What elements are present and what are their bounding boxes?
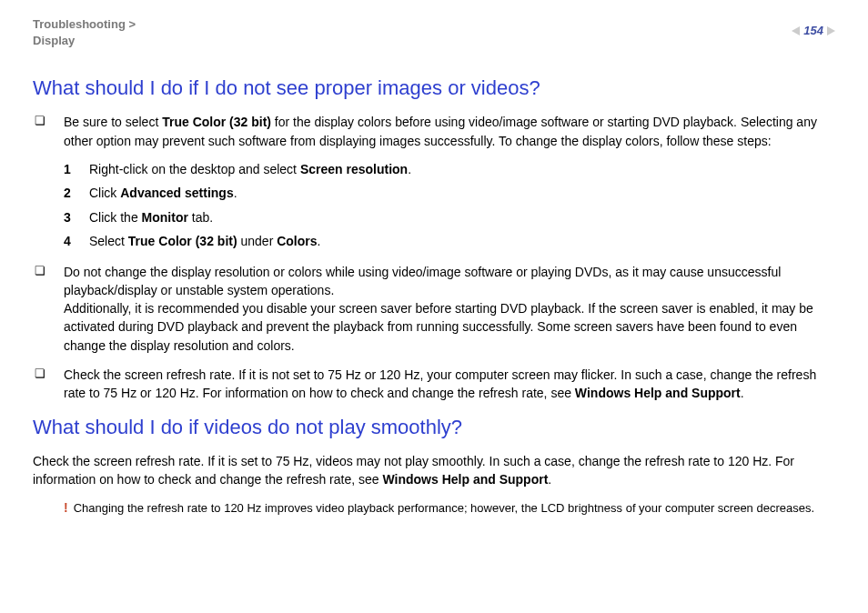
- bullet-list-1: Be sure to select True Color (32 bit) fo…: [33, 113, 835, 402]
- breadcrumb-line1: Troubleshooting >: [33, 16, 136, 33]
- text: Do not change the display resolution or …: [64, 265, 781, 297]
- prev-page-icon[interactable]: [792, 26, 800, 35]
- step-number: 4: [64, 231, 75, 251]
- text-bold: Windows Help and Support: [382, 472, 548, 487]
- step-item: 3Click the Monitor tab.: [64, 207, 835, 227]
- next-page-icon[interactable]: [827, 26, 835, 35]
- page-number: 154: [803, 24, 823, 37]
- step-item: 1Right-click on the desktop and select S…: [64, 159, 835, 179]
- text: .: [741, 386, 744, 400]
- page-navigation: 154: [792, 24, 835, 37]
- list-item: Be sure to select True Color (32 bit) fo…: [55, 113, 835, 251]
- list-item: Check the screen refresh rate. If it is …: [55, 366, 835, 403]
- step-number: 2: [64, 183, 75, 203]
- text-bold: Windows Help and Support: [575, 386, 741, 400]
- breadcrumb-line2: Display: [33, 33, 136, 49]
- note-text: Changing the refresh rate to 120 Hz impr…: [74, 501, 814, 517]
- text: Be sure to select: [64, 115, 162, 129]
- section-heading-1: What should I do if I do not see proper …: [33, 76, 835, 100]
- note-row: ! Changing the refresh rate to 120 Hz im…: [33, 501, 835, 517]
- steps-list: 1Right-click on the desktop and select S…: [64, 159, 835, 252]
- step-item: 4Select True Color (32 bit) under Colors…: [64, 231, 835, 251]
- step-text: Click the Monitor tab.: [89, 207, 213, 227]
- text: .: [548, 472, 551, 487]
- text: Additionally, it is recommended you disa…: [64, 301, 813, 353]
- step-text: Select True Color (32 bit) under Colors.: [89, 231, 320, 251]
- text-bold: True Color (32 bit): [162, 115, 271, 129]
- step-text: Click Advanced settings.: [89, 183, 237, 203]
- page-header: Troubleshooting > Display 154: [33, 16, 835, 49]
- step-number: 1: [64, 159, 75, 179]
- list-item: Do not change the display resolution or …: [55, 263, 835, 355]
- section-2: What should I do if videos do not play s…: [33, 416, 835, 517]
- exclamation-icon: !: [64, 501, 68, 514]
- breadcrumb: Troubleshooting > Display: [33, 16, 136, 49]
- body-paragraph: Check the screen refresh rate. If it is …: [33, 452, 835, 489]
- step-number: 3: [64, 207, 75, 227]
- step-item: 2Click Advanced settings.: [64, 183, 835, 203]
- step-text: Right-click on the desktop and select Sc…: [89, 159, 411, 179]
- section-heading-2: What should I do if videos do not play s…: [33, 416, 835, 439]
